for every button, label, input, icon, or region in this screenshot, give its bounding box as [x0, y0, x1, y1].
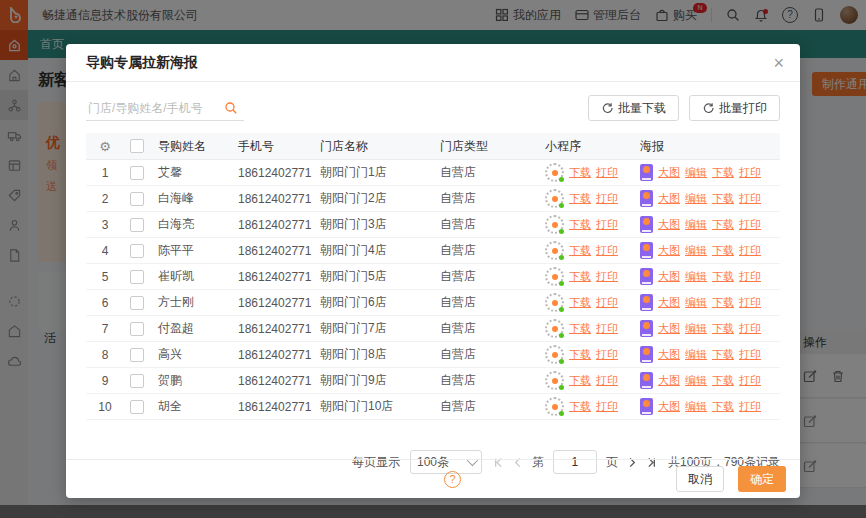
- poster-print-link[interactable]: 打印: [739, 191, 761, 206]
- poster-print-link[interactable]: 打印: [739, 295, 761, 310]
- poster-thumbnail[interactable]: [640, 294, 653, 311]
- poster-large-link[interactable]: 大图: [658, 269, 680, 284]
- col-header-store: 门店名称: [320, 138, 440, 155]
- mini-print-link[interactable]: 打印: [596, 347, 618, 362]
- poster-thumbnail[interactable]: [640, 346, 653, 363]
- poster-edit-link[interactable]: 编辑: [685, 295, 707, 310]
- poster-thumbnail[interactable]: [640, 190, 653, 207]
- poster-edit-link[interactable]: 编辑: [685, 243, 707, 258]
- mini-print-link[interactable]: 打印: [596, 373, 618, 388]
- row-checkbox[interactable]: [130, 244, 144, 258]
- poster-edit-link[interactable]: 编辑: [685, 269, 707, 284]
- poster-edit-link[interactable]: 编辑: [685, 321, 707, 336]
- col-header-poster: 海报: [640, 138, 780, 155]
- poster-download-link[interactable]: 下载: [712, 399, 734, 414]
- poster-print-link[interactable]: 打印: [739, 269, 761, 284]
- mini-download-link[interactable]: 下载: [569, 295, 591, 310]
- poster-download-link[interactable]: 下载: [712, 347, 734, 362]
- green-dot: [559, 385, 564, 390]
- poster-thumbnail[interactable]: [640, 216, 653, 233]
- poster-thumbnail[interactable]: [640, 372, 653, 389]
- mini-download-link[interactable]: 下载: [569, 399, 591, 414]
- guide-phone: 18612402771: [238, 270, 320, 284]
- row-checkbox[interactable]: [130, 322, 144, 336]
- table-body: 1艾馨18612402771朝阳门门1店自营店下载打印大图编辑下载打印2白海峰1…: [86, 160, 780, 420]
- green-dot: [559, 255, 564, 260]
- poster-thumbnail[interactable]: [640, 398, 653, 415]
- mini-print-link[interactable]: 打印: [596, 295, 618, 310]
- poster-thumbnail[interactable]: [640, 268, 653, 285]
- row-checkbox[interactable]: [130, 400, 144, 414]
- mini-print-link[interactable]: 打印: [596, 191, 618, 206]
- mini-print-link[interactable]: 打印: [596, 269, 618, 284]
- search-input[interactable]: [86, 100, 224, 116]
- poster-download-link[interactable]: 下载: [712, 373, 734, 388]
- poster-print-link[interactable]: 打印: [739, 399, 761, 414]
- poster-large-link[interactable]: 大图: [658, 243, 680, 258]
- close-icon[interactable]: ×: [773, 54, 784, 72]
- poster-download-link[interactable]: 下载: [712, 191, 734, 206]
- poster-print-link[interactable]: 打印: [739, 373, 761, 388]
- row-checkbox[interactable]: [130, 166, 144, 180]
- guide-phone: 18612402771: [238, 192, 320, 206]
- poster-edit-link[interactable]: 编辑: [685, 399, 707, 414]
- poster-download-link[interactable]: 下载: [712, 295, 734, 310]
- row-checkbox[interactable]: [130, 270, 144, 284]
- poster-edit-link[interactable]: 编辑: [685, 347, 707, 362]
- row-checkbox[interactable]: [130, 374, 144, 388]
- cancel-button[interactable]: 取消: [676, 466, 724, 492]
- poster-print-link[interactable]: 打印: [739, 321, 761, 336]
- mini-download-link[interactable]: 下载: [569, 347, 591, 362]
- help-icon[interactable]: ?: [444, 471, 461, 488]
- poster-print-link[interactable]: 打印: [739, 165, 761, 180]
- poster-large-link[interactable]: 大图: [658, 295, 680, 310]
- mini-print-link[interactable]: 打印: [596, 399, 618, 414]
- confirm-button[interactable]: 确定: [738, 466, 786, 492]
- poster-cell: 大图编辑下载打印: [640, 320, 780, 337]
- mini-download-link[interactable]: 下载: [569, 373, 591, 388]
- column-settings-gear-icon[interactable]: ⚙: [99, 139, 111, 154]
- mini-download-link[interactable]: 下载: [569, 269, 591, 284]
- mini-print-link[interactable]: 打印: [596, 217, 618, 232]
- select-all-checkbox[interactable]: [130, 139, 144, 153]
- batch-download-button[interactable]: 批量下载: [588, 95, 679, 121]
- poster-large-link[interactable]: 大图: [658, 191, 680, 206]
- poster-download-link[interactable]: 下载: [712, 321, 734, 336]
- poster-large-link[interactable]: 大图: [658, 347, 680, 362]
- mini-download-link[interactable]: 下载: [569, 217, 591, 232]
- poster-thumbnail[interactable]: [640, 320, 653, 337]
- mini-program-code-icon: [545, 319, 564, 338]
- mini-download-link[interactable]: 下载: [569, 191, 591, 206]
- poster-thumbnail[interactable]: [640, 164, 653, 181]
- poster-large-link[interactable]: 大图: [658, 373, 680, 388]
- poster-large-link[interactable]: 大图: [658, 321, 680, 336]
- poster-print-link[interactable]: 打印: [739, 347, 761, 362]
- poster-thumbnail[interactable]: [640, 242, 653, 259]
- mini-print-link[interactable]: 打印: [596, 165, 618, 180]
- poster-large-link[interactable]: 大图: [658, 217, 680, 232]
- poster-edit-link[interactable]: 编辑: [685, 217, 707, 232]
- row-checkbox[interactable]: [130, 218, 144, 232]
- poster-download-link[interactable]: 下载: [712, 165, 734, 180]
- mini-print-link[interactable]: 打印: [596, 321, 618, 336]
- poster-large-link[interactable]: 大图: [658, 399, 680, 414]
- poster-edit-link[interactable]: 编辑: [685, 373, 707, 388]
- mini-print-link[interactable]: 打印: [596, 243, 618, 258]
- poster-edit-link[interactable]: 编辑: [685, 191, 707, 206]
- poster-edit-link[interactable]: 编辑: [685, 165, 707, 180]
- poster-download-link[interactable]: 下载: [712, 243, 734, 258]
- mini-download-link[interactable]: 下载: [569, 165, 591, 180]
- poster-large-link[interactable]: 大图: [658, 165, 680, 180]
- poster-download-link[interactable]: 下载: [712, 269, 734, 284]
- search-icon[interactable]: [224, 101, 238, 115]
- mini-download-link[interactable]: 下载: [569, 243, 591, 258]
- row-checkbox[interactable]: [130, 192, 144, 206]
- green-dot: [559, 359, 564, 364]
- batch-print-button[interactable]: 批量打印: [689, 95, 780, 121]
- poster-print-link[interactable]: 打印: [739, 217, 761, 232]
- row-checkbox[interactable]: [130, 348, 144, 362]
- poster-download-link[interactable]: 下载: [712, 217, 734, 232]
- row-checkbox[interactable]: [130, 296, 144, 310]
- poster-print-link[interactable]: 打印: [739, 243, 761, 258]
- mini-download-link[interactable]: 下载: [569, 321, 591, 336]
